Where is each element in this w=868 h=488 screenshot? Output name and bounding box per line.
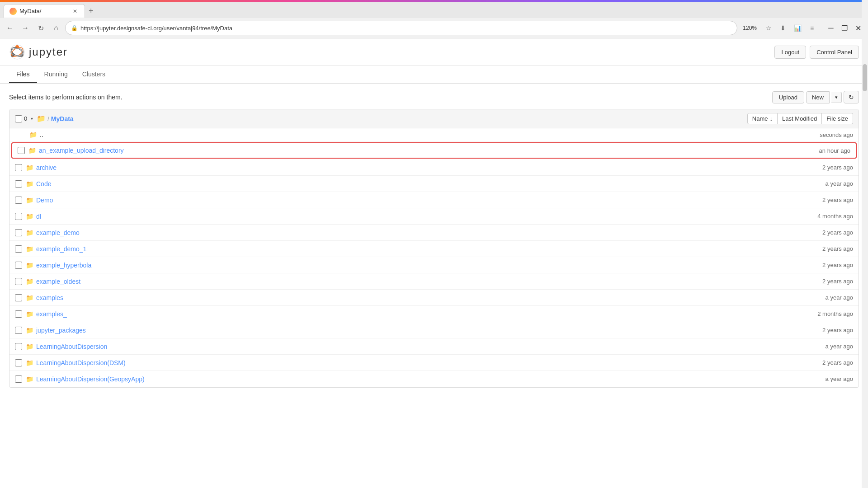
restore-button[interactable]: ❐ xyxy=(838,22,851,34)
bookmark-button[interactable]: ☆ xyxy=(762,22,775,34)
file-checkbox-10[interactable] xyxy=(15,294,22,301)
forward-button[interactable]: → xyxy=(19,22,32,34)
file-time-9: 2 years ago xyxy=(763,278,853,285)
file-link-5[interactable]: dl xyxy=(36,213,763,220)
address-bar[interactable]: 🔒 https://jupyter.designsafe-ci.org/user… xyxy=(65,21,737,35)
file-link-8[interactable]: example_hyperbola xyxy=(36,262,763,269)
file-link-14[interactable]: LearningAboutDispersion(DSM) xyxy=(36,359,763,366)
home-button[interactable]: ⌂ xyxy=(50,22,62,34)
tab-running[interactable]: Running xyxy=(37,66,75,83)
file-link-1[interactable]: an_example_upload_directory xyxy=(39,147,760,154)
file-checkbox-9[interactable] xyxy=(15,278,22,285)
file-list-header: 0 ▾ 📁 / MyData Name ↓ Last Modified File… xyxy=(9,109,859,128)
file-checkbox-13[interactable] xyxy=(15,343,22,350)
back-button[interactable]: ← xyxy=(4,22,16,34)
breadcrumb-current-folder[interactable]: MyData xyxy=(51,115,74,122)
file-checkbox-8[interactable] xyxy=(15,262,22,269)
file-time-3: a year ago xyxy=(763,180,853,187)
file-checkbox-7[interactable] xyxy=(15,245,22,253)
file-row-2: 📁 archive 2 years ago xyxy=(9,160,859,176)
file-row-6: 📁 example_demo 2 years ago xyxy=(9,225,859,241)
file-row-12: 📁 jupyter_packages 2 years ago xyxy=(9,322,859,338)
file-time-4: 2 years ago xyxy=(763,197,853,203)
new-tab-button[interactable]: + xyxy=(85,6,97,16)
file-time-13: a year ago xyxy=(763,343,853,350)
file-row-4: 📁 Demo 2 years ago xyxy=(9,192,859,208)
parent-directory-row: 📁 .. seconds ago xyxy=(9,128,859,141)
folder-icon-2: 📁 xyxy=(26,164,33,171)
file-link-3[interactable]: Code xyxy=(36,180,763,188)
window-controls: ─ ❐ ✕ xyxy=(825,22,864,34)
file-time-5: 4 months ago xyxy=(763,213,853,220)
file-link-7[interactable]: example_demo_1 xyxy=(36,245,763,253)
file-checkbox-5[interactable] xyxy=(15,213,22,220)
folder-icon-7: 📁 xyxy=(26,245,33,253)
download-button[interactable]: ⬇ xyxy=(777,22,789,34)
header-buttons: Logout Control Panel xyxy=(774,46,859,59)
file-link-15[interactable]: LearningAboutDispersion(GeopsyApp) xyxy=(36,375,763,383)
jupyter-app: jupyter Logout Control Panel Files Runni… xyxy=(0,38,868,395)
menu-button[interactable]: ≡ xyxy=(806,22,818,34)
action-buttons: Upload New ▾ ↻ xyxy=(772,91,859,103)
breadcrumb-separator: / xyxy=(47,115,49,122)
file-checkbox-12[interactable] xyxy=(15,327,22,334)
file-link-2[interactable]: archive xyxy=(36,164,763,171)
new-dropdown-button[interactable]: ▾ xyxy=(831,92,842,103)
minimize-button[interactable]: ─ xyxy=(825,22,837,34)
sort-by-date-button[interactable]: Last Modified xyxy=(778,113,822,124)
file-link-10[interactable]: examples xyxy=(36,294,763,301)
file-link-6[interactable]: example_demo xyxy=(36,229,763,236)
file-checkbox-1[interactable] xyxy=(18,147,25,154)
refresh-files-button[interactable]: ↻ xyxy=(844,91,859,103)
file-checkbox-3[interactable] xyxy=(15,180,22,188)
upload-button[interactable]: Upload xyxy=(772,91,804,103)
file-time-8: 2 years ago xyxy=(763,262,853,268)
file-time-15: a year ago xyxy=(763,375,853,382)
sort-by-size-button[interactable]: File size xyxy=(822,113,853,124)
new-button[interactable]: New xyxy=(806,91,830,103)
folder-icon-15: 📁 xyxy=(26,375,33,383)
file-checkbox-4[interactable] xyxy=(15,197,22,204)
tab-clusters[interactable]: Clusters xyxy=(75,66,113,83)
refresh-button[interactable]: ↻ xyxy=(34,22,47,34)
parent-directory-link[interactable]: .. xyxy=(40,131,763,138)
file-row-8: 📁 example_hyperbola 2 years ago xyxy=(9,257,859,273)
active-tab: MyData/ ✕ xyxy=(4,4,85,18)
url-text: https://jupyter.designsafe-ci.org/user/v… xyxy=(80,25,232,32)
folder-icon-10: 📁 xyxy=(26,294,33,301)
scrollbar-thumb[interactable] xyxy=(863,64,867,91)
content-tabs: Files Running Clusters xyxy=(0,66,868,84)
jupyter-header: jupyter Logout Control Panel xyxy=(0,38,868,66)
breadcrumb: 📁 / MyData xyxy=(33,114,747,123)
tab-close-button[interactable]: ✕ xyxy=(71,7,79,15)
sort-by-name-button[interactable]: Name ↓ xyxy=(747,113,778,124)
folder-icon-12: 📁 xyxy=(26,327,33,334)
select-all-checkbox[interactable] xyxy=(15,115,22,122)
jupyter-logo-icon xyxy=(9,44,25,60)
file-link-9[interactable]: example_oldest xyxy=(36,278,763,285)
control-panel-button[interactable]: Control Panel xyxy=(810,46,859,59)
jupyter-logo-text: jupyter xyxy=(29,46,68,58)
file-link-13[interactable]: LearningAboutDispersion xyxy=(36,343,763,350)
column-headers: Name ↓ Last Modified File size xyxy=(747,113,853,124)
folder-icon-9: 📁 xyxy=(26,278,33,285)
collections-button[interactable]: 📊 xyxy=(791,22,804,34)
file-checkbox-11[interactable] xyxy=(15,310,22,318)
jupyter-logo: jupyter xyxy=(9,44,68,60)
logout-button[interactable]: Logout xyxy=(774,46,806,59)
file-row-3: 📁 Code a year ago xyxy=(9,176,859,192)
file-row-10: 📁 examples a year ago xyxy=(9,290,859,306)
file-checkbox-14[interactable] xyxy=(15,359,22,366)
file-checkbox-15[interactable] xyxy=(15,375,22,383)
file-link-4[interactable]: Demo xyxy=(36,197,763,204)
scrollbar[interactable] xyxy=(862,0,868,395)
selected-count: 0 xyxy=(24,115,27,122)
file-row-14: 📁 LearningAboutDispersion(DSM) 2 years a… xyxy=(9,355,859,371)
file-time-14: 2 years ago xyxy=(763,359,853,366)
file-link-12[interactable]: jupyter_packages xyxy=(36,327,763,334)
file-checkbox-2[interactable] xyxy=(15,164,22,171)
file-checkbox-6[interactable] xyxy=(15,229,22,236)
folder-icon-13: 📁 xyxy=(26,343,33,350)
tab-files[interactable]: Files xyxy=(9,66,37,83)
file-link-11[interactable]: examples_ xyxy=(36,310,763,318)
